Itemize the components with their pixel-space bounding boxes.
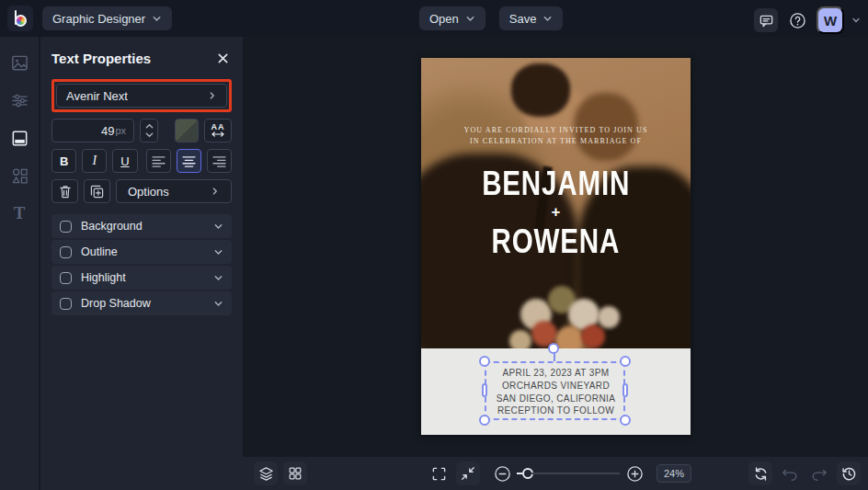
text-color-swatch[interactable] [175, 119, 199, 142]
background-expand[interactable] [213, 222, 223, 232]
text-tool-icon: T [14, 203, 26, 223]
text-selection-box[interactable] [485, 361, 625, 420]
selection-handle-top-right[interactable] [620, 356, 631, 367]
drop-shadow-expand[interactable] [213, 299, 223, 309]
avatar-initial: W [824, 13, 837, 28]
templates-tool-active[interactable] [8, 127, 30, 149]
bold-button[interactable]: B [51, 149, 76, 173]
font-family-value: Avenir Next [66, 89, 128, 103]
align-left-button[interactable] [146, 149, 171, 173]
highlight-label: Highlight [81, 271, 126, 284]
drop-shadow-label: Drop Shadow [81, 297, 151, 310]
selection-handle-right[interactable] [622, 383, 628, 397]
app-mode-label: Graphic Designer [52, 12, 145, 26]
zoom-slider-track[interactable] [531, 473, 620, 474]
befunky-logo[interactable] [7, 6, 33, 31]
question-mark-icon [789, 12, 806, 29]
redo-button[interactable] [807, 462, 831, 485]
rotation-handle[interactable] [548, 343, 559, 354]
bold-label: B [60, 154, 68, 168]
plus-text[interactable]: + [421, 203, 691, 222]
outline-expand[interactable] [213, 247, 223, 257]
chevron-right-icon [208, 91, 217, 100]
edit-adjust-tool[interactable] [8, 89, 30, 111]
underline-button[interactable]: U [112, 149, 137, 173]
graphics-shapes-tool[interactable] [8, 165, 30, 187]
options-label: Options [128, 185, 169, 199]
pages-grid-button[interactable] [283, 462, 307, 485]
background-checkbox[interactable] [60, 221, 72, 233]
close-panel-button[interactable] [213, 49, 232, 67]
highlight-expand[interactable] [213, 273, 223, 283]
name-benjamin-text[interactable]: BENJAMIN [421, 168, 691, 199]
design-artboard[interactable]: YOU ARE CORDIALLY INVITED TO JOIN US IN … [421, 58, 691, 435]
section-outline[interactable]: Outline [51, 240, 232, 264]
grid-icon [288, 466, 303, 481]
zoom-in-button[interactable] [625, 462, 644, 485]
open-label: Open [429, 12, 459, 26]
section-highlight[interactable]: Highlight [51, 266, 232, 290]
align-right-button[interactable] [207, 149, 232, 173]
reset-button[interactable] [748, 462, 772, 485]
name-rowena-text[interactable]: ROWENA [421, 226, 691, 257]
zoom-slider[interactable] [517, 468, 620, 479]
selection-handle-bottom-left[interactable] [479, 415, 490, 426]
image-manager-tool[interactable] [8, 51, 30, 74]
section-background[interactable]: Background [51, 214, 232, 238]
stepper-up-icon [145, 123, 154, 130]
duplicate-text-button[interactable] [84, 179, 110, 203]
italic-button[interactable]: I [82, 149, 107, 173]
layer-actions-row: Options [51, 179, 232, 203]
account-chevron-down-icon[interactable] [851, 16, 861, 25]
minus-circle-icon [494, 465, 511, 483]
invitation-details-band[interactable]: APRIL 23, 2023 AT 3PM ORCHARDS VINEYARD … [421, 348, 691, 435]
history-button[interactable] [837, 462, 861, 485]
toolbar-left-group [254, 462, 307, 485]
outline-checkbox[interactable] [60, 246, 72, 258]
chevron-down-icon [542, 14, 553, 24]
fit-to-screen-button[interactable] [456, 462, 480, 485]
font-family-selector[interactable]: Avenir Next [56, 84, 227, 108]
section-drop-shadow[interactable]: Drop Shadow [51, 291, 232, 315]
align-center-button[interactable] [177, 149, 201, 173]
chat-bubble-icon [759, 13, 774, 28]
sliders-icon [10, 91, 29, 110]
invitation-intro-text[interactable]: YOU ARE CORDIALLY INVITED TO JOIN US IN … [421, 125, 691, 147]
app-window: Graphic Designer Open Save [0, 0, 868, 490]
delete-text-button[interactable] [51, 179, 78, 203]
selection-handle-top-left[interactable] [479, 356, 490, 367]
zoom-out-button[interactable] [493, 462, 511, 485]
redo-icon [811, 466, 828, 481]
undo-button[interactable] [778, 462, 802, 485]
app-mode-menu[interactable]: Graphic Designer [42, 6, 172, 30]
fullscreen-button[interactable] [427, 462, 451, 485]
text-tool[interactable]: T [8, 202, 30, 224]
selection-handle-bottom-right[interactable] [620, 415, 631, 426]
text-style-row: B I U [51, 149, 232, 173]
font-selector-highlight-box: Avenir Next [51, 79, 232, 112]
selection-handle-left[interactable] [482, 383, 487, 397]
highlight-checkbox[interactable] [60, 272, 72, 284]
invitation-photo[interactable]: YOU ARE CORDIALLY INVITED TO JOIN US IN … [421, 58, 691, 348]
layers-button[interactable] [254, 462, 278, 485]
help-button[interactable] [785, 8, 809, 32]
outline-label: Outline [81, 245, 118, 258]
options-button[interactable]: Options [116, 179, 232, 203]
drop-shadow-checkbox[interactable] [60, 298, 72, 310]
open-button[interactable]: Open [419, 6, 485, 30]
topbar-right-group: W [754, 6, 861, 34]
canvas-workspace[interactable]: YOU ARE CORDIALLY INVITED TO JOIN US IN … [243, 37, 868, 457]
font-size-stepper[interactable] [140, 119, 158, 142]
trash-icon [59, 185, 72, 199]
chevron-down-icon [213, 222, 223, 232]
top-bar: Graphic Designer Open Save [0, 0, 868, 37]
zoom-level-badge: 24% [657, 464, 691, 483]
font-size-input[interactable]: 49 px [51, 119, 134, 142]
chevron-down-icon [465, 14, 475, 24]
letter-spacing-button[interactable]: AA [204, 119, 232, 142]
account-avatar[interactable]: W [817, 6, 844, 34]
horizontal-arrows-icon [211, 131, 224, 138]
align-right-icon [212, 155, 226, 167]
feedback-chat-button[interactable] [754, 8, 778, 32]
save-button[interactable]: Save [499, 6, 564, 30]
